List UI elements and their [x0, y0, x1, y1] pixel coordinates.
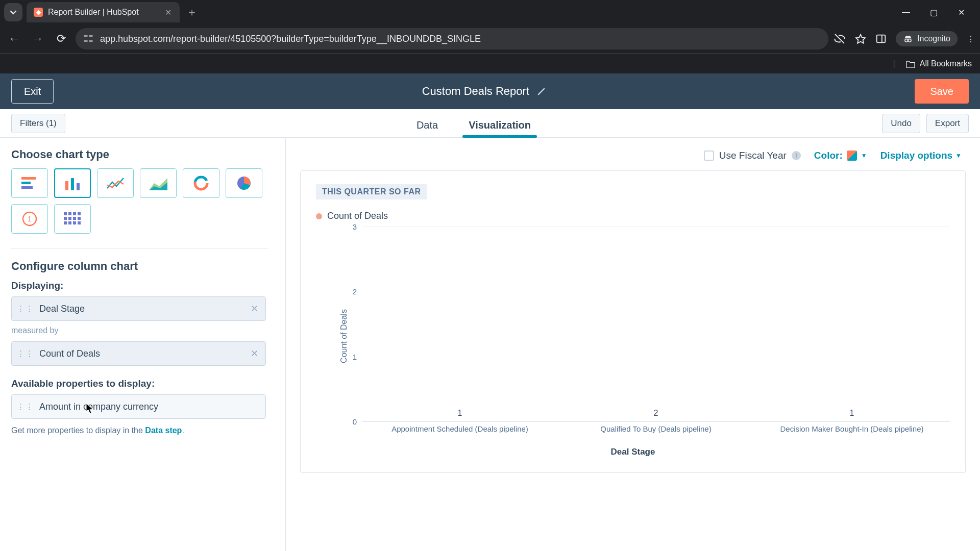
side-panel-icon[interactable]	[875, 33, 887, 44]
site-settings-icon[interactable]	[83, 33, 94, 44]
view-tabs: Data Visualization	[65, 109, 882, 137]
remove-measure-button[interactable]: ✕	[249, 348, 260, 359]
exit-button[interactable]: Exit	[11, 79, 54, 104]
tab-title: Report Builder | HubSpot	[48, 8, 158, 17]
svg-point-8	[909, 39, 912, 42]
svg-rect-29	[73, 217, 76, 220]
incognito-badge[interactable]: Incognito	[896, 31, 958, 46]
y-tick: 0	[353, 417, 357, 426]
save-button[interactable]: Save	[915, 79, 969, 104]
drag-handle-icon[interactable]: ⋮⋮	[17, 404, 34, 409]
svg-rect-1	[89, 35, 93, 37]
chevron-down-icon: ▼	[955, 152, 962, 159]
data-step-link[interactable]: Data step	[145, 426, 182, 435]
back-button[interactable]: ←	[5, 30, 23, 48]
tab-data[interactable]: Data	[416, 119, 438, 137]
svg-rect-24	[68, 212, 71, 215]
remove-dimension-button[interactable]: ✕	[249, 303, 260, 314]
chart-type-summary[interactable]: 1	[11, 204, 48, 234]
bar-column[interactable]: 1	[754, 409, 950, 421]
svg-rect-28	[68, 217, 71, 220]
browser-chrome: ◆ Report Builder | HubSpot ✕ ＋ — ▢ ✕ ← →…	[0, 0, 980, 73]
measure-text: Count of Deals	[39, 348, 243, 359]
browser-menu-button[interactable]: ⋮	[967, 34, 975, 44]
main-split: Choose chart type	[0, 138, 980, 551]
hubspot-favicon: ◆	[34, 8, 43, 17]
x-axis-title: Deal Stage	[316, 447, 950, 457]
bars-container: 121	[362, 227, 950, 421]
svg-rect-0	[84, 35, 88, 37]
tab-search-button[interactable]	[4, 3, 22, 21]
legend-dot-icon	[316, 213, 322, 219]
drag-handle-icon[interactable]: ⋮⋮	[17, 306, 34, 311]
address-bar[interactable]: app.hubspot.com/report-builder/45105500?…	[76, 28, 828, 49]
chart-type-area[interactable]	[140, 168, 177, 198]
new-tab-button[interactable]: ＋	[184, 4, 200, 20]
svg-rect-32	[68, 221, 71, 224]
sub-toolbar: Filters (1) Data Visualization Undo Expo…	[0, 109, 980, 138]
y-tick: 2	[353, 287, 357, 296]
measure-field[interactable]: ⋮⋮ Count of Deals ✕	[11, 341, 266, 366]
info-icon[interactable]: i	[792, 151, 801, 160]
svg-rect-15	[77, 183, 80, 190]
chart-type-pie[interactable]	[226, 168, 262, 198]
bar-column[interactable]: 2	[558, 409, 754, 421]
x-tick-label: Qualified To Buy (Deals pipeline)	[558, 421, 754, 446]
bar-column[interactable]: 1	[362, 409, 558, 421]
svg-rect-23	[64, 212, 67, 215]
reload-button[interactable]: ⟳	[52, 30, 70, 48]
x-tick-label: Decision Maker Bought-In (Deals pipeline…	[754, 421, 950, 446]
dimension-field[interactable]: ⋮⋮ Deal Stage ✕	[11, 296, 266, 321]
chart-type-line[interactable]	[97, 168, 134, 198]
chart-type-donut[interactable]	[183, 168, 219, 198]
chart-type-table[interactable]	[54, 204, 91, 234]
fiscal-year-toggle[interactable]: Use Fiscal Year i	[704, 150, 801, 161]
display-options-label: Display options	[880, 150, 952, 161]
tab-close-button[interactable]: ✕	[163, 8, 173, 17]
displaying-label: Displaying:	[11, 280, 268, 291]
svg-rect-5	[877, 35, 886, 43]
all-bookmarks-label: All Bookmarks	[920, 59, 972, 68]
tab-visualization[interactable]: Visualization	[469, 119, 531, 137]
chart-legend: Count of Deals	[316, 211, 950, 221]
available-property[interactable]: ⋮⋮ Amount in company currency	[11, 394, 266, 419]
display-options-menu[interactable]: Display options ▼	[880, 150, 962, 161]
export-button[interactable]: Export	[926, 114, 969, 133]
color-picker[interactable]: Color: ▼	[814, 150, 867, 161]
undo-button[interactable]: Undo	[882, 114, 920, 133]
address-actions: Incognito ⋮	[834, 31, 975, 46]
close-window-button[interactable]: ✕	[953, 8, 969, 17]
bar-value-label: 2	[654, 409, 658, 418]
svg-rect-31	[64, 221, 67, 224]
forward-button[interactable]: →	[29, 30, 47, 48]
chart-type-bar-horizontal[interactable]	[11, 168, 48, 198]
bookmark-star-icon[interactable]	[855, 33, 866, 44]
report-title: Custom Deals Report	[422, 85, 529, 98]
eye-off-icon[interactable]	[834, 33, 846, 45]
browser-tab[interactable]: ◆ Report Builder | HubSpot ✕	[27, 2, 180, 22]
drag-handle-icon[interactable]: ⋮⋮	[17, 351, 34, 356]
y-tick: 3	[353, 222, 357, 231]
chart-type-column[interactable]	[54, 168, 91, 198]
svg-rect-13	[65, 181, 68, 190]
sidebar-scroll[interactable]: Choose chart type	[0, 138, 275, 551]
edit-title-button[interactable]	[536, 86, 547, 96]
chart-canvas-panel: Use Fiscal Year i Color: ▼ Display optio…	[286, 138, 980, 551]
filters-button[interactable]: Filters (1)	[11, 114, 65, 133]
svg-rect-11	[21, 182, 31, 184]
color-label: Color:	[814, 150, 843, 161]
configure-title: Configure column chart	[11, 260, 268, 273]
choose-chart-title: Choose chart type	[11, 148, 268, 161]
dimension-text: Deal Stage	[39, 304, 243, 314]
chart-type-grid: 1	[11, 168, 268, 234]
help-text: Get more properties to display in the Da…	[11, 426, 268, 435]
incognito-icon	[903, 35, 913, 43]
maximize-button[interactable]: ▢	[926, 8, 941, 17]
minimize-button[interactable]: —	[898, 8, 914, 17]
incognito-label: Incognito	[917, 34, 950, 43]
svg-rect-30	[78, 217, 81, 220]
legend-label: Count of Deals	[327, 211, 388, 221]
all-bookmarks-button[interactable]: All Bookmarks	[905, 59, 972, 68]
svg-text:1: 1	[28, 215, 32, 223]
svg-rect-2	[84, 40, 88, 42]
